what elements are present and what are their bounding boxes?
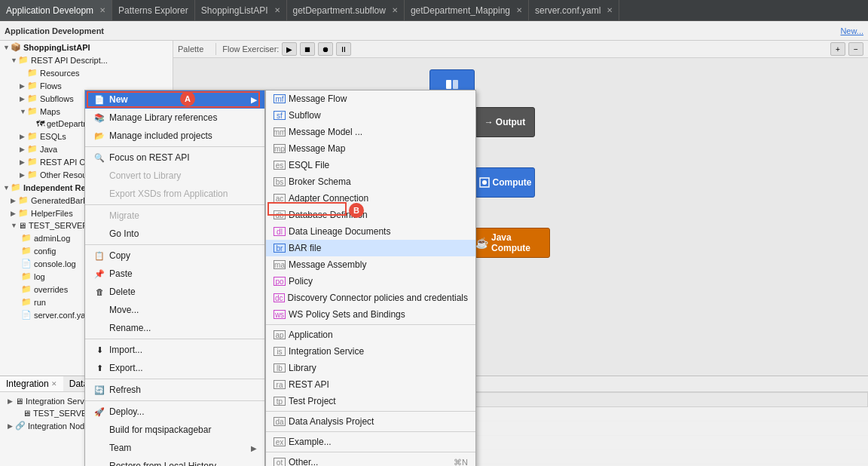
- bar-file-icon: br: [274, 244, 286, 253]
- ctx-item-subflow[interactable]: sf Subflow: [266, 107, 475, 124]
- tab-get-department-mapping-close[interactable]: ✕: [516, 6, 522, 14]
- ctx-item-manage-projects[interactable]: 📂 Manage included projects: [85, 127, 264, 145]
- flow-node-compute[interactable]: Compute: [475, 167, 535, 198]
- ctx-item-delete[interactable]: 🗑 Delete: [85, 283, 264, 301]
- tree-label-consolelog: console.log: [34, 259, 76, 268]
- folder-icon: 📁: [27, 170, 38, 179]
- expand-arrow: ▶: [20, 171, 27, 179]
- ctx-item-message-model[interactable]: mm Message Model ...: [266, 124, 475, 140]
- ctx-item-team1[interactable]: Team ▶: [85, 439, 264, 457]
- zoom-in-btn[interactable]: +: [830, 42, 845, 56]
- ctx-item-data-lineage[interactable]: dl Data Lineage Documents: [266, 223, 475, 240]
- deploy-icon: 🚀: [93, 406, 106, 418]
- ctx-item-application[interactable]: ap Application: [266, 327, 475, 343]
- db-def-icon: db: [274, 210, 286, 219]
- flow-pause-btn[interactable]: ⏸: [336, 42, 351, 56]
- folder-icon: 📁: [27, 94, 38, 103]
- ctx-item-focus[interactable]: 🔍 Focus on REST API: [85, 149, 264, 167]
- ctx-item-go-into[interactable]: Go Into: [85, 225, 264, 243]
- ctx-item-export[interactable]: ⬆ Export...: [85, 359, 264, 377]
- ctx-item-refresh[interactable]: 🔄 Refresh: [85, 381, 264, 399]
- ctx-item-copy[interactable]: 📋 Copy: [85, 247, 264, 265]
- ctx-item-policy[interactable]: po Policy: [266, 273, 475, 290]
- ctx-item-move[interactable]: Move...: [85, 301, 264, 319]
- ctx-item-adapter-conn[interactable]: ac Adapter Connection: [266, 190, 475, 207]
- primary-context-menu[interactable]: 📄 New ▶ 📚 Manage Library references 📂 Ma…: [84, 90, 265, 466]
- ctx-data-lineage-label: Data Lineage Documents: [289, 226, 468, 237]
- ctx-item-convert-lib: Convert to Library: [85, 167, 264, 185]
- ctx-item-db-def[interactable]: db Database Definition: [266, 207, 475, 223]
- ctx-item-other[interactable]: ot Other... ⌘N: [266, 454, 475, 466]
- tab-app-development[interactable]: Application Developm ✕: [0, 0, 112, 20]
- tab-server-conf-close[interactable]: ✕: [607, 6, 613, 14]
- ctx-item-deploy[interactable]: 🚀 Deploy...: [85, 403, 264, 421]
- refresh-icon: 🔄: [93, 384, 106, 396]
- flow-play-btn[interactable]: ▶: [282, 42, 297, 56]
- tab-app-development-close[interactable]: ✕: [99, 6, 105, 14]
- flow-exerciser-label: Flow Exerciser:: [222, 44, 279, 54]
- ctx-item-new[interactable]: 📄 New ▶: [85, 90, 264, 109]
- integration-tab-close[interactable]: ✕: [51, 380, 57, 388]
- ctx-export-label: Export...: [109, 363, 257, 373]
- tab-patterns-explorer[interactable]: Patterns Explorer: [112, 0, 195, 20]
- tab-shopping-list-api[interactable]: ShoppingListAPI ✕: [195, 0, 287, 20]
- new-link[interactable]: New...: [840, 26, 863, 35]
- ctx-item-rest-api[interactable]: ra REST API: [266, 376, 475, 393]
- tab-get-department-mapping[interactable]: getDepartment_Mapping ✕: [405, 0, 529, 20]
- ctx-db-def-label: Database Definition: [289, 210, 468, 220]
- ctx-item-ws-policy[interactable]: ws WS Policy Sets and Bindings: [266, 306, 475, 323]
- tab-server-conf[interactable]: server.conf.yaml ✕: [529, 0, 619, 20]
- tree-item-rest-api-desc[interactable]: ▼ 📁 REST API Descript...: [0, 54, 173, 66]
- tree-label-test-server: TEST_SERVER: [29, 221, 88, 230]
- expand-arrow: ▶: [20, 133, 27, 140]
- integration-tab[interactable]: Integration ✕: [0, 376, 63, 391]
- ctx-item-import[interactable]: ⬇ Import...: [85, 341, 264, 359]
- policy-icon: po: [274, 277, 286, 286]
- ctx-item-discovery[interactable]: dc Discovery Connector policies and cred…: [266, 290, 475, 306]
- tab-get-department-subflow[interactable]: getDepartment.subflow ✕: [287, 0, 405, 20]
- tree-label-shoppinglistapi: ShoppingListAPI: [23, 43, 90, 52]
- ctx-item-library[interactable]: lb Library: [266, 360, 475, 376]
- tree-item-resources[interactable]: 📁 Resources: [0, 66, 173, 79]
- ctx-item-paste[interactable]: 📌 Paste: [85, 265, 264, 283]
- ctx-broker-schema-label: Broker Schema: [289, 176, 468, 187]
- flow-node-java[interactable]: ☕ Java Compute: [475, 228, 550, 258]
- separator-2: [85, 204, 264, 205]
- tree-item-shoppinglistapi[interactable]: ▼ 📦 ShoppingListAPI: [0, 41, 173, 54]
- ctx-item-message-assembly[interactable]: ma Message Assembly: [266, 256, 475, 273]
- secondary-context-menu[interactable]: mf Message Flow sf Subflow mm Message Mo…: [265, 90, 476, 466]
- ctx-item-integration-service[interactable]: is Integration Service: [266, 343, 475, 360]
- ctx-item-broker-schema[interactable]: bs Broker Schema: [266, 173, 475, 190]
- folder-icon: 📁: [21, 246, 32, 256]
- ctx-item-test-project[interactable]: tp Test Project: [266, 393, 475, 409]
- ctx-item-build[interactable]: Build for mqsipackagebar: [85, 421, 264, 439]
- flow-record-btn[interactable]: ⏺: [318, 42, 333, 56]
- ctx-item-bar-file[interactable]: br BAR file: [266, 240, 475, 256]
- canvas-toolbar: Palette Flow Exerciser: ▶ ⏹ ⏺ ⏸ + −: [173, 41, 868, 58]
- ctx-esql-label: ESQL File: [289, 160, 468, 170]
- ctx-deploy-label: Deploy...: [109, 406, 257, 417]
- ctx-other-shortcut: ⌘N: [454, 458, 468, 467]
- folder-icon: 📁: [21, 284, 32, 294]
- team1-icon: [93, 442, 106, 454]
- ctx-item-example[interactable]: ex Example...: [266, 434, 475, 450]
- ctx-item-message-flow[interactable]: mf Message Flow: [266, 90, 475, 107]
- ctx-library-label: Library: [289, 363, 468, 373]
- ctx-message-model-label: Message Model ...: [289, 127, 468, 137]
- ctx-item-esql[interactable]: es ESQL File: [266, 157, 475, 173]
- tab-shopping-list-api-close[interactable]: ✕: [274, 6, 280, 14]
- message-map-icon: mp: [274, 144, 286, 153]
- ctx-item-data-analysis[interactable]: da Data Analysis Project: [266, 413, 475, 430]
- folder-icon: 📁: [27, 81, 38, 90]
- ctx-item-message-map[interactable]: mp Message Map: [266, 140, 475, 157]
- zoom-out-btn[interactable]: −: [848, 42, 863, 56]
- flow-node-output[interactable]: → Output: [475, 107, 535, 137]
- ctx-item-manage-library[interactable]: 📚 Manage Library references: [85, 109, 264, 127]
- tab-get-department-subflow-close[interactable]: ✕: [392, 6, 398, 14]
- ctx-item-rename[interactable]: Rename...: [85, 319, 264, 337]
- ctx-item-restore[interactable]: Restore from Local History...: [85, 457, 264, 466]
- secondary-sep-3: [266, 431, 475, 432]
- flow-stop-btn[interactable]: ⏹: [300, 42, 315, 56]
- ctx-message-map-label: Message Map: [289, 143, 468, 154]
- folder-icon: 📁: [27, 68, 38, 78]
